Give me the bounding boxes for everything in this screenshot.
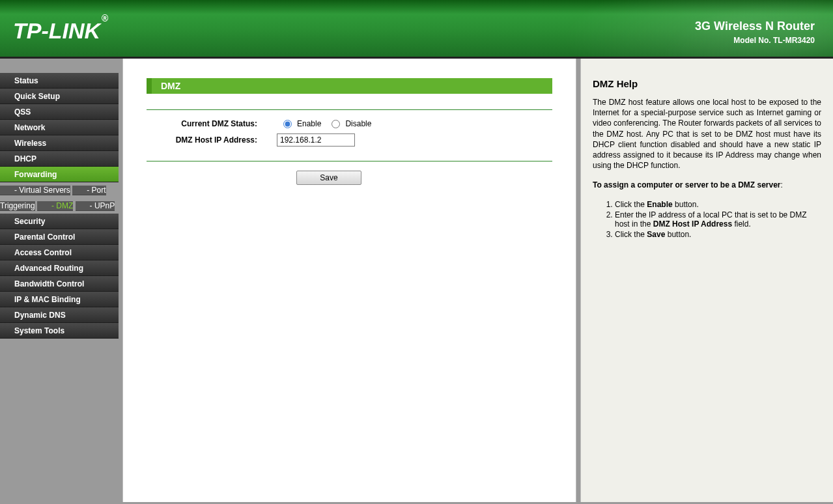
status-controls: Enable Disable: [277, 119, 371, 128]
divider-bottom: [147, 161, 552, 161]
help-step-1: Click the Enable button.: [615, 200, 821, 209]
divider-top: [147, 109, 552, 110]
help-step-3: Click the Save button.: [615, 230, 821, 239]
row-ip: DMZ Host IP Address:: [147, 133, 552, 147]
radio-disable-label: Disable: [345, 119, 371, 128]
radio-enable[interactable]: [283, 120, 292, 128]
save-button[interactable]: Save: [296, 171, 361, 185]
row-status: Current DMZ Status: Enable Disable: [147, 119, 552, 128]
radio-disable[interactable]: [332, 120, 340, 128]
radio-enable-label: Enable: [297, 119, 321, 128]
nav-system-tools[interactable]: System Tools: [0, 323, 119, 339]
brand-text: TP-LINK: [13, 18, 100, 43]
nav-security[interactable]: Security: [0, 214, 119, 229]
help-steps: Click the Enable button. Enter the IP ad…: [615, 200, 821, 239]
nav-access-control[interactable]: Access Control: [0, 245, 119, 260]
help-title: DMZ Help: [593, 78, 821, 89]
nav-ip-mac-binding[interactable]: IP & MAC Binding: [0, 292, 119, 307]
main-panel: DMZ Current DMZ Status: Enable Disable D…: [122, 59, 576, 502]
nav-wireless[interactable]: Wireless: [0, 135, 119, 151]
page-title: DMZ: [147, 78, 552, 94]
help-panel: DMZ Help The DMZ host feature allows one…: [580, 59, 833, 502]
help-step-2: Enter the IP address of a local PC that …: [615, 210, 821, 229]
label-status: Current DMZ Status:: [147, 119, 277, 128]
help-intro: The DMZ host feature allows one local ho…: [593, 97, 821, 171]
nav-virtual-servers[interactable]: - Virtual Servers: [0, 186, 70, 195]
sidebar: Status Quick Setup QSS Network Wireless …: [0, 59, 119, 502]
nav-status[interactable]: Status: [0, 73, 119, 89]
nav-advanced-routing[interactable]: Advanced Routing: [0, 260, 119, 276]
reg-mark: ®: [102, 13, 108, 23]
nav-dmz[interactable]: - DMZ: [37, 201, 73, 211]
nav-parental-control[interactable]: Parental Control: [0, 229, 119, 245]
dmz-ip-input[interactable]: [277, 133, 355, 147]
nav-dhcp[interactable]: DHCP: [0, 151, 119, 167]
model-number: Model No. TL-MR3420: [695, 36, 815, 45]
header: TP-LINK® 3G Wireless N Router Model No. …: [0, 0, 833, 59]
nav-network[interactable]: Network: [0, 120, 119, 135]
nav-upnp[interactable]: - UPnP: [76, 201, 115, 211]
label-ip: DMZ Host IP Address:: [147, 135, 277, 145]
nav-forwarding[interactable]: Forwarding: [0, 167, 119, 182]
nav-dynamic-dns[interactable]: Dynamic DNS: [0, 307, 119, 323]
header-right: 3G Wireless N Router Model No. TL-MR3420: [695, 20, 815, 45]
product-name: 3G Wireless N Router: [695, 20, 815, 33]
nav-bandwidth-control[interactable]: Bandwidth Control: [0, 276, 119, 292]
nav-quick-setup[interactable]: Quick Setup: [0, 89, 119, 104]
nav-qss[interactable]: QSS: [0, 104, 119, 120]
help-assign-heading: To assign a computer or server to be a D…: [593, 180, 821, 190]
brand-logo: TP-LINK®: [13, 18, 107, 44]
